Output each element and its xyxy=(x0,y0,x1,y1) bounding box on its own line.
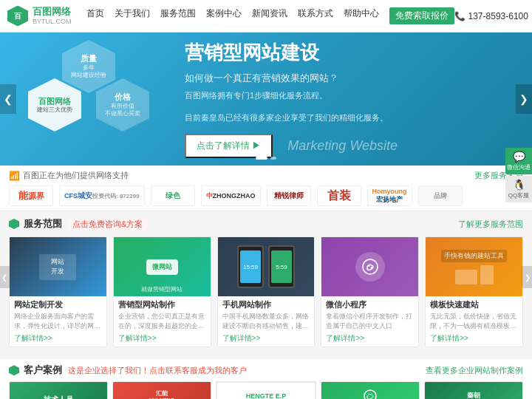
service-thumb-template: 手快有钱的建站工具 xyxy=(426,237,522,296)
nav-news[interactable]: 新闻资讯 xyxy=(252,7,287,24)
client-card-5[interactable]: 秦朝 金厦 xyxy=(424,381,523,399)
hex-top-text1: 质量 xyxy=(81,53,97,64)
client-5-line1: 秦朝 xyxy=(467,391,480,399)
partner-3[interactable]: 绿色 xyxy=(151,185,195,206)
clients-header: 客户案例 这是企业选择了我们！点击联系客服成为我的客户 查看更多企业网站制作案例 xyxy=(9,364,523,377)
dot-1[interactable] xyxy=(256,157,267,160)
nav-cases[interactable]: 案例中心 xyxy=(206,7,242,24)
service-info-template: 模板快速建站 无比无策，低价快捷，省值无限，不为一钱拥有精准模板与系统，2000… xyxy=(426,296,522,347)
hex-midl-text1: 百图网络 xyxy=(38,96,71,106)
partners-bar: 📶 百图正在为他们提供网络支持 更多服务客户 能源界 CFS城安投资代码: 87… xyxy=(0,166,532,211)
device-mobile xyxy=(480,265,494,284)
service-info-web: 网站定制开发 网络企业服务面向客户的需求，弹性化设计，详尽的网站相根据您的切实企… xyxy=(10,296,106,347)
client-1-text: 技术人员 xyxy=(44,395,73,399)
mini-program-icon xyxy=(355,252,385,282)
hex-midr-text2: 有所价值 xyxy=(111,103,134,110)
partner-7[interactable]: Homyoung 宏扬地产 xyxy=(367,185,412,206)
logo: 百 百图网络 BYTUL.COM xyxy=(7,6,72,27)
partner-4[interactable]: 中ZHONG ZHAO xyxy=(201,185,261,206)
hex-shape-mid-left: 百图网络 建站三大优势 xyxy=(28,78,81,132)
dot-2[interactable] xyxy=(270,157,276,160)
nav-help[interactable]: 帮助中心 xyxy=(344,7,379,24)
service-name-marketing: 营销型网站制作 xyxy=(118,299,206,310)
partners-header: 📶 百图正在为他们提供网络支持 更多服务客户 xyxy=(9,170,523,181)
service-card-mobile: 15:59 5:59 手机网站制作 中国手机网络数量众多，网络建设不断自有移动销… xyxy=(217,236,316,347)
hex-mid-right: 价格 有所价值 不做黑心买卖 xyxy=(96,78,149,132)
services-next-button[interactable]: ❯ xyxy=(522,266,532,288)
service-link-mini[interactable]: 了解详情>> xyxy=(326,333,414,344)
service-card-mini: 微信小程序 拿着微信小程序开发制作，打造属于自己的中文入口 了解详情>> xyxy=(321,236,419,347)
partner-1[interactable]: 能源界 xyxy=(9,185,53,206)
phone-number: 137-8593-6100 xyxy=(468,11,528,21)
partner-5[interactable]: 精锐律师 xyxy=(267,185,311,206)
floating-wechat-button[interactable]: 💬 微信沟通 xyxy=(505,148,532,174)
services-more-link[interactable]: 了解更多服务范围 xyxy=(458,219,523,230)
client-card-1[interactable]: 技术人员 xyxy=(9,381,108,399)
hero-desc2: 目前秦皇岛已经有很多家企业享受了我们的精细化服务。 xyxy=(185,112,517,125)
nav-home[interactable]: 首页 xyxy=(86,7,104,24)
service-link-web[interactable]: 了解详情>> xyxy=(14,333,102,344)
signal-icon: 📶 xyxy=(9,171,20,181)
nav-about[interactable]: 关于我们 xyxy=(115,7,150,24)
services-prev-button[interactable]: ❮ xyxy=(0,266,10,288)
service-desc-mobile: 中国手机网络数量众多，网络建设不断自有移动销售，建设自己的手机网站 xyxy=(222,312,310,330)
qq-label: QQ客服 xyxy=(508,191,529,200)
hex-group: 质量 多年 网站建设经验 百图网络 建站三大优势 价格 有所价值 不做黑心买卖 xyxy=(15,40,163,158)
hex-mid-left: 百图网络 建站三大优势 xyxy=(28,78,81,132)
clients-title: 客户案例 xyxy=(9,364,62,377)
hero-desc1: 百图网络拥有专门1步骤细化服务流程。 xyxy=(185,89,517,103)
service-name-template: 模板快速建站 xyxy=(430,299,518,310)
phone-icon: 📞 xyxy=(454,11,466,21)
partner-2[interactable]: CFS城安投资代码: 872299 xyxy=(59,185,145,206)
service-link-marketing[interactable]: 了解详情>> xyxy=(118,333,206,344)
service-thumb-marketing: 微网站 就做营销型网站 xyxy=(114,237,211,296)
partner-6[interactable]: 首装 xyxy=(317,185,361,206)
svg-point-2 xyxy=(370,267,372,269)
wechat-label: 微信沟通 xyxy=(507,163,531,171)
service-info-mobile: 手机网站制作 中国手机网络数量众多，网络建设不断自有移动销售，建设自己的手机网站… xyxy=(218,296,315,347)
phone-mockup-1: 15:59 xyxy=(237,245,264,288)
floating-widgets: 💬 微信沟通 🐧 QQ客服 xyxy=(505,148,532,202)
hex-midl-text2: 建站三大优势 xyxy=(37,106,72,114)
services-header: 服务范围 点击免费咨询&方案 了解更多服务范围 xyxy=(9,217,523,231)
phone-screen-1: 15:59 xyxy=(240,250,261,283)
hero-dots xyxy=(256,157,276,160)
clients-more-link[interactable]: 查看更多企业网站制作案例 xyxy=(426,365,523,376)
hero-next-button[interactable]: ❯ xyxy=(516,84,532,114)
floating-qq-button[interactable]: 🐧 QQ客服 xyxy=(505,176,532,202)
service-info-marketing: 营销型网站制作 企业营销，您公司真正是有意在的，深度服务超越您的企业代务 了解详… xyxy=(114,296,211,347)
hero-title: 营销型网站建设 xyxy=(185,40,517,66)
nav-services[interactable]: 服务范围 xyxy=(160,7,196,24)
nav-contact[interactable]: 联系方式 xyxy=(298,7,333,24)
services-section: 服务范围 点击免费咨询&方案 了解更多服务范围 ❮ 网站开发 网站定制开发 网络… xyxy=(0,211,532,353)
service-card-web: 网站开发 网站定制开发 网络企业服务面向客户的需求，弹性化设计，详尽的网站相根据… xyxy=(9,236,107,347)
client-card-4[interactable]: 品牌 xyxy=(321,381,420,399)
header: 百 百图网络 BYTUL.COM 首页 关于我们 服务范围 案例中心 新闻资讯 … xyxy=(0,0,532,33)
hero-side-text: Marketing Website xyxy=(287,138,398,154)
services-title: 服务范围 xyxy=(9,217,62,231)
service-link-template[interactable]: 了解详情>> xyxy=(430,333,518,344)
service-desc-template: 无比无策，低价快捷，省值无限，不为一钱拥有精准模板与系统，2000套模板任您选择 xyxy=(430,312,518,330)
hero-hexagons: 质量 多年 网站建设经验 百图网络 建站三大优势 价格 有所价值 不做黑心买卖 xyxy=(0,40,177,158)
service-name-mobile: 手机网站制作 xyxy=(222,299,310,310)
service-link-mobile[interactable]: 了解详情>> xyxy=(222,333,310,344)
qq-icon: 🐧 xyxy=(513,179,525,191)
service-card-template: 手快有钱的建站工具 模板快速建站 无比无策，低价快捷，省值无限，不为一钱拥有精准… xyxy=(425,236,523,347)
template-devices xyxy=(455,265,494,284)
service-card-marketing: 微网站 就做营销型网站 营销型网站制作 企业营销，您公司真正是有意在的，深度服务… xyxy=(113,236,211,347)
client-3-en: HENGTE E.P xyxy=(246,392,287,399)
client-2-brand: 汇能 xyxy=(156,389,168,398)
service-thumb-mini xyxy=(321,237,418,296)
hex-midr-text3: 不做黑心买卖 xyxy=(105,110,140,117)
client-card-2[interactable]: 汇能 HUI NENG 股票代码 835695 xyxy=(112,381,211,399)
logo-text-group: 百图网络 BYTUL.COM xyxy=(33,7,72,24)
service-info-mini: 微信小程序 拿着微信小程序开发制作，打造属于自己的中文入口 了解详情>> xyxy=(321,296,418,347)
client-card-3[interactable]: HENGTE E.P 恒特环保 xyxy=(216,381,316,399)
hero-cta-button[interactable]: 点击了解详情 ▶ xyxy=(185,134,273,158)
partner-8[interactable]: 品牌 xyxy=(418,185,463,206)
svg-point-3 xyxy=(364,390,376,399)
nav-quote[interactable]: 免费索取报价 xyxy=(389,7,454,24)
hero-prev-button[interactable]: ❮ xyxy=(0,84,16,114)
services-tag[interactable]: 点击免费咨询&方案 xyxy=(68,218,147,231)
header-phone: 📞 137-8593-6100 xyxy=(454,11,528,21)
